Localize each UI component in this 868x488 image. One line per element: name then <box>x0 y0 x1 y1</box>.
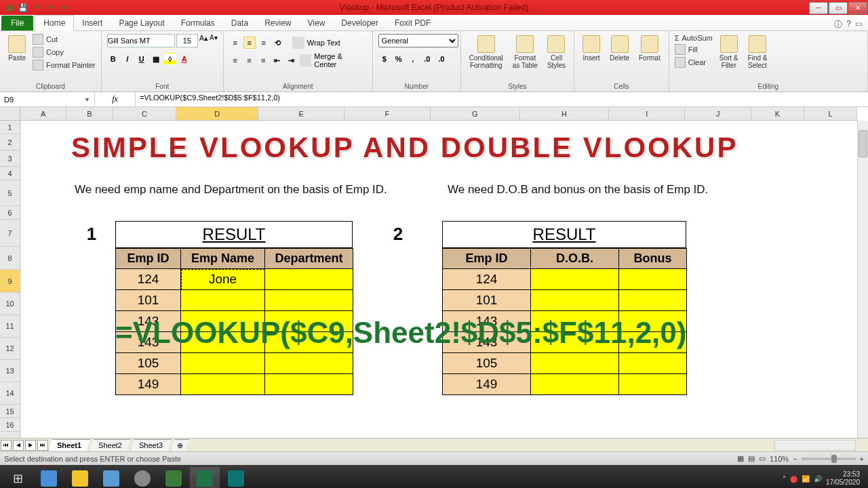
zoom-slider[interactable] <box>802 458 856 460</box>
row-header-9[interactable]: 9 <box>0 270 20 293</box>
align-bottom-icon[interactable]: ≡ <box>258 37 270 49</box>
row-header-5[interactable]: 5 <box>0 180 20 206</box>
row-header-11[interactable]: 11 <box>0 315 20 338</box>
horizontal-scrollbar[interactable] <box>774 440 856 451</box>
vertical-scrollbar[interactable] <box>857 121 868 438</box>
row-header-10[interactable]: 10 <box>0 293 20 315</box>
sheet-tab-1[interactable]: Sheet1 <box>48 439 90 451</box>
indent-inc-icon[interactable]: ⇥ <box>285 54 298 66</box>
font-name-select[interactable] <box>107 34 175 47</box>
taskbar-app-2[interactable] <box>65 467 95 488</box>
help-icon[interactable]: ? <box>846 19 851 30</box>
align-top-icon[interactable]: ≡ <box>229 37 241 49</box>
col-header-K[interactable]: K <box>751 107 804 120</box>
zoom-out-button[interactable]: − <box>793 455 797 463</box>
taskbar-excel[interactable] <box>190 467 220 488</box>
undo-icon[interactable]: ↶ <box>31 2 42 13</box>
sheet-tab-3[interactable]: Sheet3 <box>130 439 172 451</box>
sheet-nav-last[interactable]: ⏭ <box>37 440 48 451</box>
format-cells-button[interactable]: Format <box>636 34 663 63</box>
view-normal-icon[interactable]: ▦ <box>737 454 744 463</box>
fx-icon[interactable]: fx <box>112 94 118 104</box>
font-size-select[interactable] <box>176 34 198 47</box>
save-icon[interactable]: 💾 <box>18 2 28 13</box>
sort-filter-button[interactable]: Sort & Filter <box>717 34 741 70</box>
ribbon-opts-icon[interactable]: ▭ <box>855 19 863 30</box>
align-center-icon[interactable]: ≡ <box>243 54 256 66</box>
dec-decimal-icon[interactable]: .0 <box>435 53 448 65</box>
formula-input[interactable]: =VLOOKUP($C9,Sheet2!$D$5:$F$11,2,0) <box>136 92 868 106</box>
row-header-4[interactable]: 4 <box>0 167 20 180</box>
col-header-H[interactable]: H <box>520 107 610 120</box>
redo-icon[interactable]: ↷ <box>45 2 56 13</box>
row-header-15[interactable]: 15 <box>0 405 20 418</box>
tab-foxit-pdf[interactable]: Foxit PDF <box>387 16 439 30</box>
zoom-level[interactable]: 110% <box>770 455 789 463</box>
col-header-J[interactable]: J <box>685 107 751 120</box>
row-header-13[interactable]: 13 <box>0 360 20 382</box>
taskbar-clock[interactable]: 23:53 17/05/2020 <box>826 470 860 487</box>
col-header-G[interactable]: G <box>431 107 520 120</box>
col-header-D[interactable]: D <box>176 107 258 120</box>
autosum-button[interactable]: ΣAutoSum <box>675 34 713 42</box>
format-as-table-button[interactable]: Format as Table <box>510 34 540 70</box>
minimize-button[interactable]: ─ <box>809 2 828 14</box>
tray-net-icon[interactable]: 📶 <box>802 475 810 483</box>
view-pagebreak-icon[interactable]: ▭ <box>759 454 766 463</box>
start-button[interactable]: ⊞ <box>3 467 33 488</box>
tab-formulas[interactable]: Formulas <box>173 16 223 30</box>
bold-button[interactable]: B <box>107 53 119 65</box>
row-header-8[interactable]: 8 <box>0 247 20 270</box>
clear-button[interactable]: Clear <box>675 57 713 68</box>
taskbar-app-4[interactable] <box>127 467 157 488</box>
col-header-B[interactable]: B <box>66 107 113 120</box>
col-header-C[interactable]: C <box>113 107 177 120</box>
tab-view[interactable]: View <box>300 16 334 30</box>
sheet-nav-prev[interactable]: ◀ <box>13 440 24 451</box>
new-sheet-button[interactable]: ⊕ <box>171 439 189 451</box>
align-middle-icon[interactable]: ≡ <box>243 37 256 49</box>
percent-icon[interactable]: % <box>393 53 405 65</box>
sheet-nav-first[interactable]: ⏮ <box>1 440 12 451</box>
comma-icon[interactable]: , <box>407 53 419 65</box>
zoom-in-button[interactable]: + <box>860 455 864 463</box>
taskbar-app-1[interactable] <box>34 467 64 488</box>
file-tab[interactable]: File <box>1 16 33 30</box>
column-headers[interactable]: ABCDEFGHIJKL <box>20 107 857 121</box>
fill-button[interactable]: Fill <box>675 44 713 55</box>
border-button[interactable]: ▦ <box>150 53 162 65</box>
row-header-2[interactable]: 2 <box>0 134 20 150</box>
col-header-I[interactable]: I <box>609 107 685 120</box>
col-header-L[interactable]: L <box>804 107 857 120</box>
col-header-E[interactable]: E <box>258 107 344 120</box>
grow-font-icon[interactable]: A▴ <box>199 34 208 47</box>
tray-vol-icon[interactable]: 🔊 <box>814 475 822 483</box>
cells-area[interactable]: SIMPLE VLOOKUP AND DOUBLE VLOOKUP We nee… <box>20 121 857 438</box>
col-header-F[interactable]: F <box>344 107 431 120</box>
inc-decimal-icon[interactable]: .0 <box>421 53 433 65</box>
font-color-button[interactable]: A <box>178 53 191 65</box>
shrink-font-icon[interactable]: A▾ <box>210 34 218 47</box>
cut-button[interactable]: Cut <box>33 34 96 45</box>
sheet-tab-2[interactable]: Sheet2 <box>90 439 131 451</box>
tray-chevron-icon[interactable]: ˄ <box>783 475 786 483</box>
tab-insert[interactable]: Insert <box>74 16 111 30</box>
merge-center-button[interactable]: Merge & Center <box>313 54 366 66</box>
taskbar-app-3[interactable] <box>96 467 126 488</box>
fill-color-button[interactable]: ◊ <box>164 53 176 65</box>
tab-page-layout[interactable]: Page Layout <box>111 16 172 30</box>
scrollbar-thumb[interactable] <box>859 130 867 157</box>
wrap-text-button[interactable]: Wrap Text <box>307 37 341 49</box>
row-header-14[interactable]: 14 <box>0 382 20 405</box>
system-tray[interactable]: ˄ ⬤ 📶 🔊 23:53 17/05/2020 <box>783 470 865 487</box>
tab-developer[interactable]: Developer <box>333 16 387 30</box>
format-painter-button[interactable]: Format Painter <box>33 60 96 70</box>
row-header-7[interactable]: 7 <box>0 220 20 247</box>
conditional-formatting-button[interactable]: Conditional Formatting <box>467 34 506 70</box>
number-format-select[interactable]: General <box>378 34 458 47</box>
paste-button[interactable]: Paste <box>5 34 28 63</box>
select-all-button[interactable] <box>0 107 20 121</box>
row-headers[interactable]: 12345678910111213141516 <box>0 107 20 438</box>
sheet-nav-next[interactable]: ▶ <box>25 440 36 451</box>
insert-cells-button[interactable]: Insert <box>580 34 603 63</box>
